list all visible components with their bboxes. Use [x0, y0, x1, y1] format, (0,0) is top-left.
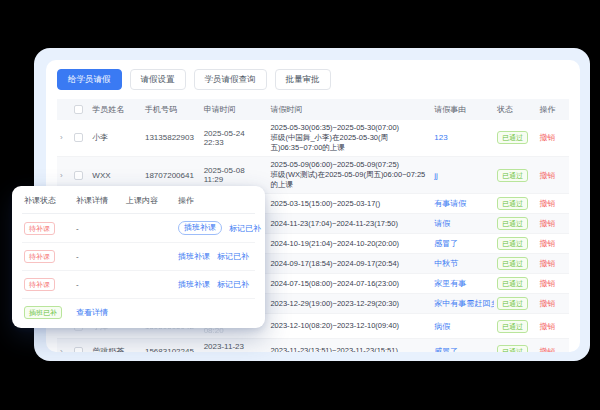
leave-reason-link[interactable]: 中秋节 [434, 259, 458, 268]
leave-time: 2023-12-10(08:20)~2023-12-10(09:40) [267, 314, 431, 339]
revoke-link[interactable]: 撤销 [540, 171, 556, 180]
revoke-link[interactable]: 撤销 [540, 219, 556, 228]
table-header-row: 学员姓名 手机号码 申请时间 请假时间 请假事由 状态 操作 [57, 99, 569, 120]
tab-batch-approval[interactable]: 批量审批 [275, 69, 331, 90]
revoke-link[interactable]: 撤销 [540, 279, 556, 288]
expand-row-icon[interactable]: › [60, 171, 63, 180]
class-content-cell [124, 299, 176, 327]
status-badge: 已通过 [497, 277, 528, 290]
status-badge: 已通过 [497, 131, 528, 144]
insert-class-makeup-link[interactable]: 插班补课 [178, 251, 210, 262]
col-status: 状态 [494, 99, 536, 120]
revoke-link[interactable]: 撤销 [540, 133, 556, 142]
col-student-name: 学员姓名 [89, 99, 142, 120]
tab-student-leave-query[interactable]: 学员请假查询 [194, 69, 267, 90]
revoke-link[interactable]: 撤销 [540, 322, 556, 331]
student-name: 曾跳奶茶 [89, 339, 142, 352]
makeup-detail-cell: - [74, 214, 124, 243]
makeup-header-row: 补课状态 补课详情 上课内容 操作 [22, 187, 255, 214]
class-content-cell [124, 271, 176, 299]
status-badge: 已通过 [497, 320, 528, 333]
makeup-row: 待补课 - 插班补课 标记已补 [22, 243, 255, 271]
leave-time: 2024-11-23(17:04)~2024-11-23(17:50) [267, 214, 431, 234]
status-badge: 已通过 [497, 197, 528, 210]
makeup-detail-cell: - [74, 271, 124, 299]
expand-row-icon[interactable]: › [60, 347, 63, 352]
revoke-link[interactable]: 撤销 [540, 239, 556, 248]
mark-made-up-link[interactable]: 标记已补 [229, 223, 261, 234]
leave-reason-link[interactable]: 感冒了 [434, 239, 458, 248]
status-badge: 已通过 [497, 297, 528, 310]
class-content-cell [124, 243, 176, 271]
leave-time: 2023-11-23(13:51)~2023-11-23(15:51) [267, 339, 431, 352]
row-checkbox[interactable] [74, 347, 83, 352]
header-expand-spacer [57, 99, 71, 120]
status-badge: 已通过 [497, 169, 528, 182]
leave-time: 2025-05-09(06:00)~2025-05-09(07:25)班级(WX… [267, 156, 431, 193]
revoke-link[interactable]: 撤销 [540, 299, 556, 308]
view-detail-link[interactable]: 查看详情 [76, 308, 108, 317]
revoke-link[interactable]: 撤销 [540, 259, 556, 268]
makeup-detail-cell: - [74, 243, 124, 271]
row-checkbox[interactable] [74, 133, 83, 142]
status-badge: 已通过 [497, 345, 528, 352]
col-action: 操作 [537, 99, 569, 120]
makeup-row: 待补课 - 插班补课 标记已补 [22, 271, 255, 299]
tab-bar: 给学员请假 请假设置 学员请假查询 批量审批 [57, 69, 569, 90]
col-apply-time: 申请时间 [201, 99, 268, 120]
leave-reason-link[interactable]: 家里有事 [434, 279, 466, 288]
select-all-checkbox[interactable] [74, 105, 83, 114]
col-makeup-status: 补课状态 [22, 187, 74, 214]
status-badge: 已通过 [497, 257, 528, 270]
makeup-status-badge: 待补课 [24, 222, 55, 235]
table-row: › 曾跳奶茶 15683102245 2023-11-23 13:51 2023… [57, 339, 569, 352]
leave-time: 2023-12-29(19:00)~2023-12-29(20:30) [267, 294, 431, 314]
leave-reason-link[interactable]: 有事请假 [434, 199, 466, 208]
col-phone: 手机号码 [142, 99, 201, 120]
revoke-link[interactable]: 撤销 [540, 347, 556, 352]
row-checkbox[interactable] [74, 171, 83, 180]
makeup-table: 补课状态 补课详情 上课内容 操作 待补课 - 插班补课 标记已补 待补课 - … [22, 187, 255, 326]
tab-leave-settings[interactable]: 请假设置 [130, 69, 186, 90]
expand-row-icon[interactable]: › [60, 133, 63, 142]
phone-number: 15683102245 [142, 339, 201, 352]
col-makeup-detail: 补课详情 [74, 187, 124, 214]
apply-time: 2023-11-23 13:51 [201, 339, 268, 352]
insert-class-makeup-link[interactable]: 插班补课 [178, 221, 222, 235]
tab-give-student-leave[interactable]: 给学员请假 [57, 69, 122, 90]
status-badge: 已通过 [497, 237, 528, 250]
insert-class-makeup-link[interactable]: 插班补课 [178, 279, 210, 290]
col-leave-reason: 请假事由 [431, 99, 494, 120]
class-content-cell [124, 214, 176, 243]
leave-reason-link[interactable]: 请假 [434, 219, 450, 228]
leave-time: 2024-09-17(18:54)~2024-09-17(20:54) [267, 254, 431, 274]
makeup-detail-cell: 查看详情 [74, 299, 124, 327]
leave-time: 2024-07-15(08:00)~2024-07-16(23:00) [267, 274, 431, 294]
makeup-class-panel: 补课状态 补课详情 上课内容 操作 待补课 - 插班补课 标记已补 待补课 - … [12, 186, 265, 328]
makeup-status-badge: 插班已补 [24, 306, 62, 319]
makeup-row: 待补课 - 插班补课 标记已补 [22, 214, 255, 243]
table-row: › 小李 13135822903 2025-05-24 22:33 2025-0… [57, 120, 569, 157]
leave-time: 2025-05-30(06:35)~2025-05-30(07:00)班级(中国… [267, 120, 431, 157]
mark-made-up-link[interactable]: 标记已补 [217, 251, 249, 262]
col-class-content: 上课内容 [124, 187, 176, 214]
leave-reason-link[interactable]: jj [434, 171, 438, 180]
leave-reason-link[interactable]: 感冒了 [434, 347, 458, 352]
leave-reason-link[interactable]: 家中有事需赶回乡下... [434, 299, 494, 308]
makeup-status-badge: 待补课 [24, 250, 55, 263]
student-name: 小李 [89, 120, 142, 157]
leave-reason-link[interactable]: 123 [434, 133, 447, 142]
leave-time: 2025-03-15(15:00)~2025-03-17() [267, 194, 431, 214]
header-checkbox-cell [71, 99, 89, 120]
col-makeup-action: 操作 [176, 187, 255, 214]
makeup-row: 插班已补 查看详情 [22, 299, 255, 327]
leave-reason-link[interactable]: 病假 [434, 322, 450, 331]
apply-time: 2025-05-24 22:33 [201, 120, 268, 157]
makeup-status-badge: 待补课 [24, 278, 55, 291]
phone-number: 13135822903 [142, 120, 201, 157]
mark-made-up-link[interactable]: 标记已补 [217, 279, 249, 290]
col-leave-time: 请假时间 [267, 99, 431, 120]
revoke-link[interactable]: 撤销 [540, 199, 556, 208]
status-badge: 已通过 [497, 217, 528, 230]
leave-time: 2024-10-19(21:04)~2024-10-20(20:00) [267, 234, 431, 254]
